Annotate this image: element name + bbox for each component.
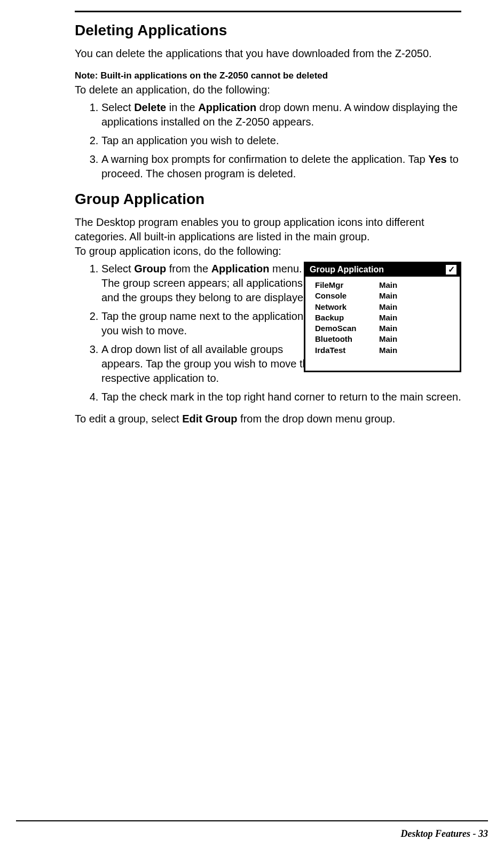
page-top-rule [75, 11, 461, 12]
deleting-note: Note: Built-in applications on the Z-205… [75, 70, 461, 81]
text: from the [166, 263, 211, 275]
list-item[interactable]: DemoScanMain [315, 323, 454, 334]
group-name[interactable]: Main [379, 334, 397, 344]
heading-group-application: Group Application [75, 191, 461, 208]
deleting-lead: To delete an application, do the followi… [75, 83, 461, 97]
group-step-4: Tap the check mark in the top right hand… [101, 390, 461, 404]
text: Select [101, 101, 134, 113]
group-intro: The Desktop program enables you to group… [75, 215, 461, 244]
deleting-intro: You can delete the applications that you… [75, 46, 461, 61]
text-bold: Application [211, 263, 270, 275]
text: Select [101, 263, 134, 275]
app-name: Network [315, 302, 379, 312]
list-item[interactable]: IrdaTestMain [315, 345, 454, 356]
app-name: Backup [315, 312, 379, 323]
list-item[interactable]: ConsoleMain [315, 291, 454, 301]
group-name[interactable]: Main [379, 345, 397, 356]
list-item[interactable]: NetworkMain [315, 302, 454, 312]
text-bold: Application [198, 101, 256, 113]
group-step-1: Select Group from the Application menu. … [101, 262, 320, 305]
deleting-steps: Select Delete in the Application drop do… [75, 100, 461, 181]
app-name: DemoScan [315, 323, 379, 334]
app-name: Bluetooth [315, 334, 379, 344]
group-outro: To edit a group, select Edit Group from … [75, 412, 461, 426]
group-application-window: Group Application ✓ FileMgrMain ConsoleM… [304, 262, 461, 372]
group-application-list: FileMgrMain ConsoleMain NetworkMain Back… [305, 277, 460, 371]
group-name[interactable]: Main [379, 323, 397, 334]
list-item[interactable]: BluetoothMain [315, 334, 454, 344]
list-item[interactable]: FileMgrMain [315, 280, 454, 291]
page-footer: Desktop Features - 33 [401, 828, 489, 840]
text: A warning box prompts for confirmation t… [101, 153, 428, 165]
app-name: FileMgr [315, 280, 379, 291]
group-name[interactable]: Main [379, 280, 397, 291]
deleting-step-2: Tap an application you wish to delete. [101, 134, 461, 148]
group-application-titlebar: Group Application ✓ [305, 263, 460, 277]
group-step-3: A drop down list of all available groups… [101, 342, 320, 386]
group-lead: To group application icons, do the follo… [75, 244, 461, 258]
check-icon[interactable]: ✓ [446, 265, 456, 275]
group-step-2: Tap the group name next to the applicati… [101, 309, 320, 338]
list-item[interactable]: BackupMain [315, 312, 454, 323]
app-name: IrdaTest [315, 345, 379, 356]
deleting-step-1: Select Delete in the Application drop do… [101, 100, 461, 129]
text-bold: Yes [428, 153, 446, 165]
page-bottom-rule [16, 820, 488, 821]
group-application-title: Group Application [310, 265, 384, 275]
group-name[interactable]: Main [379, 291, 397, 301]
text-bold: Edit Group [182, 413, 237, 425]
text: To edit a group, select [75, 413, 182, 425]
text: in the [166, 101, 198, 113]
text-bold: Group [134, 263, 166, 275]
text-bold: Delete [134, 101, 166, 113]
group-name[interactable]: Main [379, 312, 397, 323]
app-name: Console [315, 291, 379, 301]
text: from the drop down menu group. [238, 413, 396, 425]
heading-deleting-applications: Deleting Applications [75, 22, 461, 39]
group-name[interactable]: Main [379, 302, 397, 312]
deleting-step-3: A warning box prompts for confirmation t… [101, 152, 461, 181]
